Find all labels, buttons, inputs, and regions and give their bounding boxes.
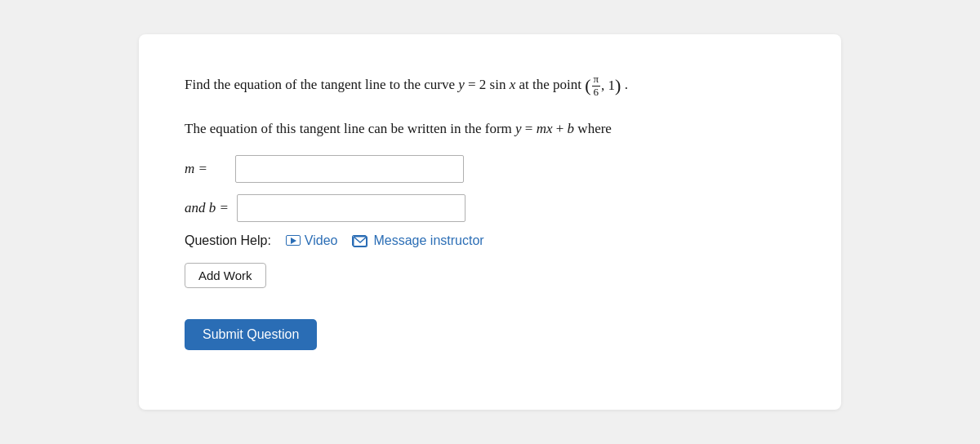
left-paren: ( (585, 77, 590, 95)
fraction-denominator: 6 (592, 87, 601, 98)
add-work-container: Add Work (185, 263, 795, 311)
period: . (625, 77, 628, 92)
point-fraction-container: π 6 , 1 (591, 73, 616, 98)
func-text: 2 sin x (479, 77, 519, 92)
comma-separator: , (601, 74, 608, 98)
add-work-button[interactable]: Add Work (185, 263, 266, 288)
problem-statement: Find the equation of the tangent line to… (185, 73, 795, 98)
fraction-numerator: π (592, 73, 601, 86)
b-input-row: and b = (185, 194, 795, 222)
point-paren-group: ( π 6 , 1 ) (585, 73, 621, 98)
right-paren: ) (615, 77, 621, 95)
message-instructor-link[interactable]: Message instructor (352, 233, 483, 248)
submit-container: Submit Question (185, 319, 795, 350)
video-icon (286, 235, 301, 246)
form-eq-space: y = mx + b where (515, 121, 612, 136)
pi-over-6: π 6 (592, 73, 601, 98)
question-help-section: Question Help: Video Message instructor (185, 233, 795, 248)
question-card: Find the equation of the tangent line to… (139, 34, 841, 410)
m-label: m = (185, 161, 227, 177)
video-link-label: Video (305, 233, 338, 248)
point-y-value: 1 (608, 74, 616, 98)
b-input[interactable] (237, 194, 466, 222)
m-input[interactable] (235, 155, 464, 183)
submit-question-button[interactable]: Submit Question (185, 319, 317, 350)
form-text: The equation of this tangent line can be… (185, 121, 512, 136)
message-icon (353, 236, 368, 247)
var-y: y (458, 77, 468, 92)
question-help-label: Question Help: (185, 233, 271, 248)
at-point-text: at the point (519, 77, 581, 92)
problem-text-prefix: Find the equation of the tangent line to… (185, 77, 455, 92)
tangent-form-text: The equation of this tangent line can be… (185, 121, 795, 137)
equals-sign: = (468, 77, 476, 92)
m-input-row: m = (185, 155, 795, 183)
b-label: and b = (185, 200, 229, 216)
message-instructor-label: Message instructor (373, 233, 483, 248)
video-link[interactable]: Video (286, 233, 338, 248)
